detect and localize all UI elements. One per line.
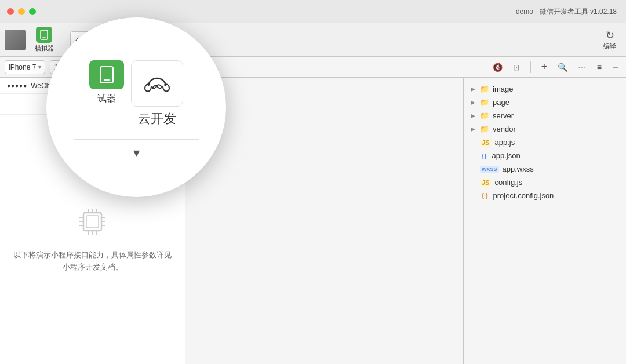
more-icon[interactable]: ··· [576,61,589,73]
file-tree-item-page[interactable]: ▶ 📁 page [464,96,626,109]
magnify-top: 试器 云开发 [58,43,214,133]
folder-icon: 📁 [480,85,489,93]
file-tree-item-appjson[interactable]: ▶ {} app.json [464,149,626,162]
file-tree-item-appwxss[interactable]: ▶ WXSS app.wxss [464,162,626,176]
folder-arrow-icon: ▶ [471,99,476,105]
mag-down-arrow-icon: ▾ [133,145,140,161]
file-tree-item-vendor[interactable]: ▶ 📁 vendor [464,122,626,136]
magnify-overlay: 试器 云开发 ▾ [46,17,226,197]
file-tree-item-server[interactable]: ▶ 📁 server [464,109,626,122]
folder-name: image [493,85,513,93]
folder-name: page [493,98,509,107]
titlebar: demo - 微信开发者工具 v1.02.18 [0,0,626,23]
folder-arrow-icon: ▶ [471,112,476,119]
toolbar2-icons: 🔇 ⊡ + 🔍 ··· ≡ ⊣ [490,60,621,74]
wxss-badge: WXSS [480,166,499,173]
list-icon[interactable]: ≡ [595,61,604,73]
window-title: demo - 微信开发者工具 v1.02.18 [516,6,617,16]
folder-name: server [493,111,514,120]
file-tree-item-configjs[interactable]: ▶ JS config.js [464,176,626,189]
file-name: config.js [494,178,522,187]
device-name: iPhone 7 [9,63,36,71]
mag-cloud-label: 云开发 [138,110,176,128]
back-icon[interactable]: ⊣ [610,61,621,73]
file-name: app.js [494,138,515,147]
window-controls [7,8,36,15]
folder-icon: 📁 [480,111,489,120]
mag-cloud-button[interactable]: 云开发 [131,60,183,128]
mag-simulator-button[interactable]: 试器 [89,60,124,105]
chip-icon-area [77,206,108,240]
mag-divider [74,139,199,140]
folder-name: vendor [493,125,516,133]
file-tree-item-image[interactable]: ▶ 📁 image [464,82,626,96]
mag-cloud-icon [131,60,183,107]
folder-icon: 📁 [480,98,489,107]
mag-simulator-icon [89,60,124,89]
search-icon[interactable]: 🔍 [555,61,570,73]
file-tree-panel: ▶ 📁 image ▶ 📁 page ▶ 📁 server ▶ 📁 vendor… [464,78,626,364]
folder-arrow-icon: ▶ [471,86,476,92]
json-badge: {} [480,152,489,160]
file-tree-item-projectconfig[interactable]: ▶ {·} project.config.json [464,189,626,202]
js-badge: JS [480,139,491,147]
mag-bottom: ▾ [133,145,140,172]
refresh-label: 编译 [603,42,616,50]
mag-simulator-label: 试器 [97,93,116,105]
simulator-icon [36,27,52,43]
magnify-content: 试器 云开发 ▾ [46,17,226,197]
file-name: project.config.json [493,191,554,200]
folder-icon: 📁 [480,125,489,133]
folder-arrow-icon: ▶ [471,126,476,132]
signal-dots: ●●●●● [7,82,27,89]
file-name: app.wxss [503,165,534,173]
file-name: app.json [492,151,521,160]
simulator-button[interactable]: 模拟器 [28,24,60,55]
maximize-button[interactable] [29,8,36,15]
divider-1 [65,30,65,50]
close-button[interactable] [7,8,14,15]
simulator-label: 模拟器 [35,44,54,53]
add-icon[interactable]: + [539,60,550,74]
config-badge: {·} [480,192,490,199]
avatar[interactable] [5,30,26,50]
minimize-button[interactable] [18,8,25,15]
refresh-icon: ↻ [606,29,614,42]
refresh-button[interactable]: ↻ 编译 [598,29,621,50]
file-tree-item-appjs[interactable]: ▶ JS app.js [464,136,626,149]
js-badge-2: JS [480,179,491,187]
svg-rect-6 [86,216,99,228]
device-select[interactable]: iPhone 7 ▾ [5,60,45,74]
screen-icon[interactable]: ⊡ [511,61,522,73]
phone-description: 以下将演示小程序接口能力，具体属性参数详见 小程序开发文档。 [13,249,172,274]
toolbar-right: ↻ 编译 [598,29,621,50]
volume-icon[interactable]: 🔇 [490,61,505,73]
device-arrow-icon: ▾ [38,64,41,70]
divider-2 [530,61,531,73]
editor-panel [185,78,464,364]
